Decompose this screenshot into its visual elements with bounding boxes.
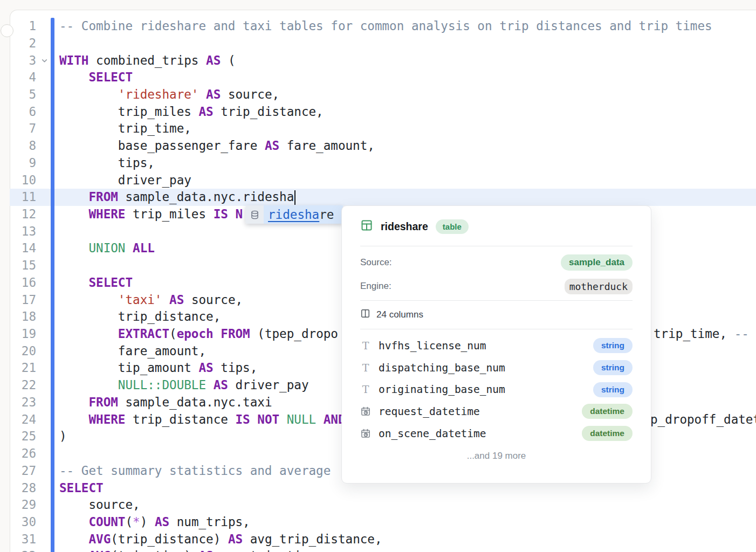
code-line-30[interactable]: 30 COUNT(*) AS num_trips, bbox=[10, 514, 756, 531]
code-fragment-line-19: trip_time, -- bbox=[654, 326, 749, 343]
column-type-pill: datetime bbox=[582, 426, 633, 441]
line-number: 7 bbox=[10, 120, 36, 137]
column-row: on_scene_datetimedatetime bbox=[360, 423, 633, 445]
code-token: source, bbox=[59, 498, 140, 512]
code-token: AS bbox=[206, 87, 221, 101]
code-line-29[interactable]: 29 source, bbox=[10, 496, 756, 514]
line-number: 20 bbox=[10, 343, 36, 360]
code-token: trip_time, bbox=[59, 121, 191, 135]
code-token: IS bbox=[235, 412, 250, 426]
line-number: 1 bbox=[10, 18, 36, 35]
code-token: ( bbox=[169, 327, 177, 341]
code-token: -- Get summary statistics and average bbox=[59, 464, 338, 478]
info-label: Source: bbox=[360, 257, 392, 268]
autocomplete-matched-text: ridesha bbox=[268, 208, 319, 222]
code-token: NULL::DOUBLE bbox=[118, 378, 206, 392]
code-token: AS bbox=[155, 515, 169, 529]
line-number: 26 bbox=[10, 445, 36, 463]
column-name: originating_base_num bbox=[379, 383, 593, 396]
line-number: 29 bbox=[10, 496, 36, 514]
line-number: 28 bbox=[10, 480, 36, 497]
code-token: avg_trip_time, bbox=[214, 549, 324, 552]
code-token: -- bbox=[734, 327, 749, 341]
code-line-1[interactable]: 1-- Combine rideshare and taxi tables fo… bbox=[10, 18, 756, 35]
code-token: p_dropoff_datet bbox=[650, 412, 756, 426]
code-token: AS bbox=[206, 53, 221, 67]
columns-count-row: 24 columns bbox=[360, 301, 633, 329]
line-number: 27 bbox=[10, 463, 36, 480]
code-token: NOT bbox=[257, 412, 279, 426]
line-number: 16 bbox=[10, 274, 36, 292]
code-token: ) bbox=[59, 429, 67, 443]
code-line-11[interactable]: 11 FROM sample_data.nyc.ridesha bbox=[10, 189, 756, 206]
code-token bbox=[59, 190, 88, 204]
code-line-8[interactable]: 8 base_passenger_fare AS fare_amount, bbox=[10, 137, 756, 155]
code-line-4[interactable]: 4 SELECT bbox=[10, 69, 756, 86]
code-token: FROM bbox=[88, 190, 118, 204]
column-type-pill: datetime bbox=[582, 404, 633, 419]
code-token: base_passenger_fare bbox=[59, 139, 265, 153]
code-token: NULL bbox=[287, 412, 316, 426]
line-number: 13 bbox=[10, 223, 36, 240]
code-line-5[interactable]: 5 'rideshare' AS source, bbox=[10, 86, 756, 104]
column-list: Thvfhs_license_numstringTdispatching_bas… bbox=[360, 329, 633, 444]
popup-info-rows: Source:sample_dataEngine:motherduck bbox=[360, 246, 633, 298]
code-line-7[interactable]: 7 trip_time, bbox=[10, 120, 756, 137]
code-line-32[interactable]: 32 AVG(trip_time) AS avg_trip_time, bbox=[10, 548, 756, 552]
code-token bbox=[316, 412, 324, 426]
column-row: request_datetimedatetime bbox=[360, 401, 633, 423]
code-token bbox=[59, 532, 88, 546]
autocomplete-item-rideshare[interactable]: rideshare bbox=[264, 205, 343, 224]
code-line-6[interactable]: 6 trip_miles AS trip_distance, bbox=[10, 104, 756, 121]
code-token bbox=[214, 327, 221, 341]
code-token bbox=[59, 327, 118, 341]
code-token: driver_pay bbox=[59, 173, 191, 187]
code-token bbox=[59, 293, 118, 307]
code-token bbox=[59, 70, 88, 84]
column-type-pill: string bbox=[593, 382, 633, 397]
code-token: -- Combine rideshare and taxi tables for… bbox=[59, 19, 712, 33]
code-token: ) bbox=[140, 515, 155, 529]
line-number: 25 bbox=[10, 428, 36, 445]
code-token: fare_amount, bbox=[59, 344, 206, 358]
info-row: Source:sample_data bbox=[360, 251, 633, 274]
code-line-2[interactable]: 2 bbox=[10, 35, 756, 52]
line-number: 9 bbox=[10, 155, 36, 172]
code-token: WITH bbox=[59, 53, 88, 67]
autocomplete-rest-text: re bbox=[319, 208, 334, 222]
code-token: SELECT bbox=[59, 481, 104, 495]
code-line-31[interactable]: 31 AVG(trip_distance) AS avg_trip_distan… bbox=[10, 531, 756, 548]
column-row: Toriginating_base_numstring bbox=[360, 378, 633, 401]
code-token: trip_distance, bbox=[214, 105, 324, 119]
code-token: AVG bbox=[88, 549, 111, 552]
code-token: trip_distance, bbox=[59, 309, 221, 323]
code-token: trip_time, bbox=[654, 327, 734, 341]
code-token: * bbox=[133, 515, 140, 529]
popup-title: rideshare bbox=[381, 220, 428, 233]
code-token: fare_amount, bbox=[279, 139, 375, 153]
line-number: 31 bbox=[10, 531, 36, 548]
line-number: 2 bbox=[10, 35, 36, 52]
code-token bbox=[125, 241, 133, 255]
code-line-9[interactable]: 9 tips, bbox=[10, 155, 756, 172]
line-number: 21 bbox=[10, 360, 36, 377]
text-type-icon: T bbox=[360, 363, 371, 373]
column-type-pill: string bbox=[593, 360, 633, 375]
code-token: source, bbox=[184, 293, 243, 307]
code-token bbox=[59, 241, 88, 255]
code-line-3[interactable]: 3WITH combined_trips AS ( bbox=[10, 52, 756, 70]
line-number: 15 bbox=[10, 257, 36, 274]
line-number: 8 bbox=[10, 137, 36, 155]
code-token: (tpep_dropo bbox=[250, 327, 338, 341]
code-token bbox=[206, 378, 214, 392]
line-number: 22 bbox=[10, 377, 36, 394]
code-token: 'taxi' bbox=[118, 293, 162, 307]
fold-chevron-icon[interactable] bbox=[41, 57, 48, 66]
code-token: FROM bbox=[88, 395, 118, 409]
code-line-10[interactable]: 10 driver_pay bbox=[10, 172, 756, 189]
code-token bbox=[250, 412, 258, 426]
code-token: AS bbox=[169, 293, 184, 307]
code-token: driver_pay bbox=[228, 378, 309, 392]
line-number: 17 bbox=[10, 292, 36, 309]
code-token: ( bbox=[221, 53, 235, 67]
